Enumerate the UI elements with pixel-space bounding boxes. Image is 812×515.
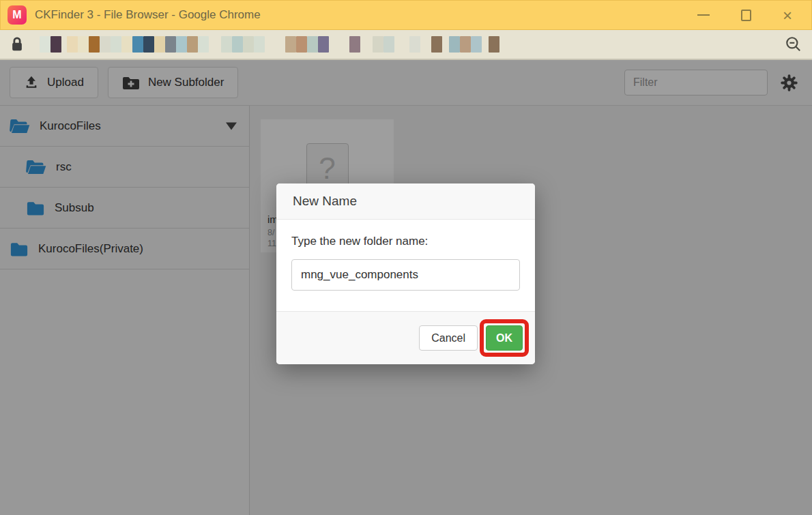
- ckfinder-app: Upload New Subfolder: [0, 60, 812, 515]
- folder-name-input[interactable]: [291, 259, 520, 291]
- favicon-square: [232, 36, 243, 53]
- favicon-gap: [442, 36, 449, 53]
- favicon-square: [383, 36, 394, 53]
- window-titlebar: M CKFinder 3 - File Browser - Google Chr…: [0, 0, 812, 30]
- favicon-square: [471, 36, 482, 53]
- favicon-square: [67, 36, 78, 53]
- favicon-square: [489, 36, 499, 53]
- favicon-square: [349, 36, 360, 53]
- app-logo-icon: M: [8, 5, 27, 25]
- favicon-square: [431, 36, 442, 53]
- favicon-square: [449, 36, 460, 53]
- favicon-square: [187, 36, 198, 53]
- dialog-prompt: Type the new folder name:: [291, 235, 520, 248]
- favicon-gap: [482, 36, 489, 53]
- favicon-square: [285, 36, 296, 53]
- favicon-gap: [394, 36, 409, 53]
- favicon-gap: [420, 36, 431, 53]
- favicon-square: [221, 36, 232, 53]
- minimize-button[interactable]: [697, 14, 710, 16]
- favicon-square: [154, 36, 165, 53]
- window-title: CKFinder 3 - File Browser - Google Chrom…: [35, 8, 261, 22]
- favicon-square: [307, 36, 318, 53]
- new-name-dialog: New Name Type the new folder name: Cance…: [276, 183, 535, 364]
- favicon-square: [132, 36, 143, 53]
- favicon-square: [111, 36, 121, 53]
- favicon-square: [460, 36, 471, 53]
- zoom-out-icon[interactable]: [785, 35, 802, 53]
- favicon-square: [40, 36, 50, 53]
- favicon-square: [50, 36, 61, 53]
- browser-window: M CKFinder 3 - File Browser - Google Chr…: [0, 0, 812, 515]
- favicon-square: [409, 36, 420, 53]
- favicon-gap: [209, 36, 221, 53]
- browser-toolbar-strip: [0, 30, 812, 60]
- close-button[interactable]: ×: [783, 10, 792, 21]
- favicon-square: [254, 36, 265, 53]
- lock-icon: [10, 35, 25, 53]
- ok-button[interactable]: OK: [486, 325, 523, 351]
- favicon-square-strip: [40, 36, 499, 53]
- favicon-square: [373, 36, 383, 53]
- favicon-square: [165, 36, 176, 53]
- cancel-button[interactable]: Cancel: [419, 325, 478, 351]
- favicon-square: [198, 36, 209, 53]
- favicon-gap: [360, 36, 373, 53]
- favicon-gap: [265, 36, 285, 53]
- favicon-gap: [61, 36, 67, 53]
- favicon-square: [121, 36, 132, 53]
- dialog-title: New Name: [276, 183, 535, 220]
- favicon-square: [100, 36, 111, 53]
- favicon-square: [318, 36, 329, 53]
- favicon-square: [78, 36, 89, 53]
- favicon-square: [243, 36, 254, 53]
- ok-highlight-annotation: OK: [480, 319, 529, 357]
- favicon-square: [89, 36, 100, 53]
- favicon-square: [296, 36, 307, 53]
- favicon-square: [176, 36, 187, 53]
- favicon-square: [143, 36, 154, 53]
- favicon-gap: [329, 36, 349, 53]
- maximize-button[interactable]: [741, 10, 751, 21]
